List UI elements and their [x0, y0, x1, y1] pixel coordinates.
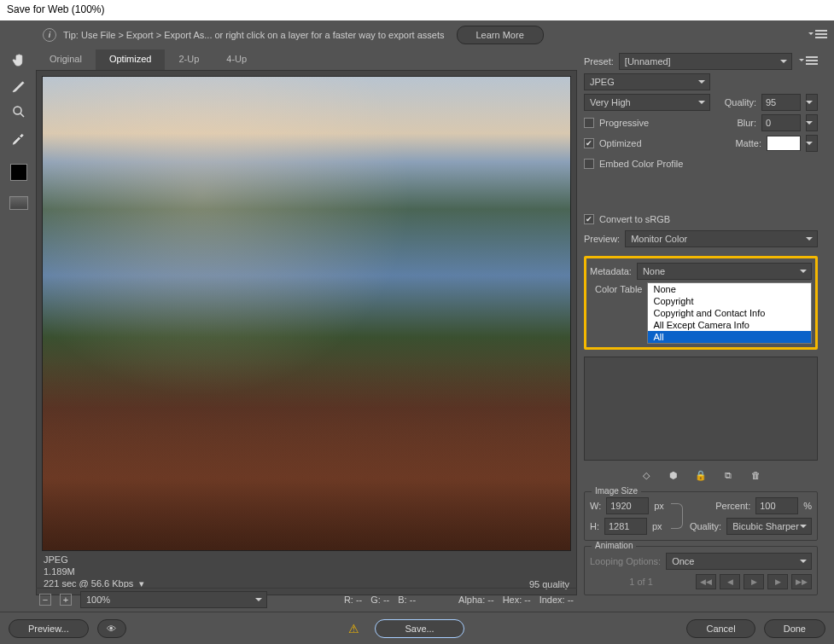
animation-nav: 1 of 1 ◀◀ ◀ ▶ ▶ ▶▶ — [590, 574, 812, 589]
new-color-icon[interactable]: ⧉ — [722, 469, 734, 481]
compression-select[interactable]: Very High — [584, 94, 710, 111]
metadata-option-none[interactable]: None — [648, 283, 811, 295]
color-table-toolbar: ◇ ⬢ 🔒 ⧉ 🗑 — [584, 464, 818, 486]
footer-bar: Preview... 👁 ⚠ Save... Cancel Done — [0, 612, 834, 644]
preview-image[interactable] — [42, 76, 571, 551]
first-frame-button: ◀◀ — [696, 574, 716, 589]
resample-quality-label: Quality: — [690, 521, 721, 531]
shift-color-icon[interactable]: ⬢ — [668, 469, 679, 481]
preview-size: 1.189M — [44, 566, 144, 577]
metadata-select[interactable]: None — [637, 263, 812, 280]
optimized-label: Optimized — [599, 138, 642, 148]
dialog-body: i Tip: Use File > Export > Export As... … — [0, 20, 834, 644]
browser-preview-icon[interactable]: 👁 — [97, 619, 126, 638]
metadata-option-copyright-contact[interactable]: Copyright and Contact Info — [648, 307, 811, 319]
status-b: B: -- — [398, 595, 416, 605]
play-button: ▶ — [744, 574, 764, 589]
zoom-select[interactable]: 100% — [80, 591, 267, 608]
color-table-label: Color Table — [590, 281, 642, 294]
zoom-tool-icon[interactable] — [9, 102, 28, 121]
px-label: px — [654, 501, 664, 511]
animation-section: Animation Looping Options: Once 1 of 1 ◀… — [584, 546, 818, 595]
percent-input[interactable] — [755, 497, 798, 514]
delete-color-icon[interactable]: 🗑 — [749, 469, 761, 481]
tip-text: Tip: Use File > Export > Export As... or… — [63, 30, 445, 40]
svg-point-0 — [14, 107, 21, 114]
looping-select: Once — [666, 553, 812, 570]
tool-column — [5, 51, 32, 210]
preview-select-label: Preview: — [584, 234, 620, 244]
quality-stepper[interactable] — [806, 94, 818, 111]
eyedropper-tool-icon[interactable] — [9, 128, 28, 147]
blur-label: Blur: — [737, 118, 756, 128]
px-label-2: px — [652, 521, 662, 531]
blur-stepper[interactable] — [806, 114, 818, 131]
embed-profile-checkbox[interactable] — [584, 159, 594, 169]
percent-label: Percent: — [715, 501, 750, 511]
lock-color-icon[interactable]: 🔒 — [695, 469, 707, 481]
status-box-minus-icon[interactable]: − — [39, 594, 51, 606]
preset-label: Preset: — [584, 56, 614, 67]
preview-panel: JPEG 1.189M 221 sec @ 56.6 Kbps ▾ 95 qua… — [36, 70, 577, 595]
width-label: W: — [590, 501, 601, 511]
preview-button[interactable]: Preview... — [9, 619, 89, 638]
constrain-proportions-icon[interactable] — [671, 503, 683, 529]
looping-label: Looping Options: — [590, 556, 661, 566]
cancel-button[interactable]: Cancel — [686, 619, 755, 638]
progressive-checkbox[interactable] — [584, 118, 594, 128]
convert-srgb-label: Convert to sRGB — [599, 214, 670, 224]
slice-tool-icon[interactable] — [9, 77, 28, 96]
embed-profile-label: Embed Color Profile — [599, 159, 683, 169]
tab-2up[interactable]: 2-Up — [165, 49, 213, 70]
animation-title: Animation — [592, 541, 636, 550]
hand-tool-icon[interactable] — [9, 51, 28, 70]
metadata-dropdown-open[interactable]: None Copyright Copyright and Contact Inf… — [647, 282, 812, 344]
metadata-highlight: Metadata: None Color Table None Copyrigh… — [584, 256, 818, 350]
status-box-plus-icon[interactable]: + — [60, 594, 72, 606]
image-size-section: Image Size W: px H: px — [584, 491, 818, 541]
convert-srgb-checkbox[interactable] — [584, 214, 594, 224]
metadata-option-all[interactable]: All — [648, 331, 811, 343]
status-r: R: -- — [344, 595, 362, 605]
status-hex: Hex: -- — [503, 595, 531, 605]
width-input[interactable] — [606, 497, 649, 514]
tab-optimized[interactable]: Optimized — [96, 49, 166, 70]
resample-quality-select[interactable]: Bicubic Sharper — [726, 518, 812, 535]
metadata-option-all-except-camera[interactable]: All Except Camera Info — [648, 319, 811, 331]
status-bar: − + 100% R: -- G: -- B: -- Alpha: -- Hex… — [36, 588, 577, 610]
preset-menu-icon[interactable] — [802, 56, 818, 67]
quality-label: Quality: — [725, 97, 756, 107]
metadata-option-copyright[interactable]: Copyright — [648, 295, 811, 307]
tab-4up[interactable]: 4-Up — [213, 49, 260, 70]
warning-icon[interactable]: ⚠ — [348, 622, 359, 635]
quality-input[interactable] — [761, 94, 801, 111]
tab-original[interactable]: Original — [36, 49, 96, 70]
map-transparency-icon[interactable]: ◇ — [640, 469, 652, 481]
matte-swatch[interactable] — [767, 136, 801, 151]
window-title: Save for Web (100%) — [0, 0, 834, 20]
optimized-checkbox[interactable] — [584, 138, 594, 148]
metadata-label: Metadata: — [590, 266, 632, 276]
percent-symbol: % — [803, 501, 812, 511]
panel-menu-icon[interactable] — [812, 30, 827, 40]
image-size-title: Image Size — [592, 486, 641, 496]
next-frame-button: ▶ — [767, 574, 788, 589]
done-button[interactable]: Done — [764, 619, 825, 638]
animation-page: 1 of 1 — [590, 577, 692, 587]
status-alpha: Alpha: -- — [458, 595, 494, 605]
preview-color-select[interactable]: Monitor Color — [625, 230, 818, 247]
format-select[interactable]: JPEG — [584, 73, 710, 90]
learn-more-button[interactable]: Learn More — [457, 26, 544, 44]
eyedropper-color-swatch[interactable] — [10, 164, 27, 181]
height-input[interactable] — [604, 518, 647, 535]
preview-format: JPEG — [44, 554, 144, 565]
settings-panel: Preset: [Unnamed] JPEG Very High Quality… — [577, 49, 825, 595]
preview-info: JPEG 1.189M 221 sec @ 56.6 Kbps ▾ 95 qua… — [42, 551, 571, 589]
slice-visibility-button[interactable] — [9, 196, 28, 210]
height-label: H: — [590, 521, 599, 531]
last-frame-button: ▶▶ — [791, 574, 812, 589]
matte-stepper[interactable] — [806, 135, 818, 152]
blur-input[interactable] — [761, 114, 801, 131]
preset-select[interactable]: [Unnamed] — [619, 53, 792, 70]
save-button[interactable]: Save... — [375, 619, 464, 638]
